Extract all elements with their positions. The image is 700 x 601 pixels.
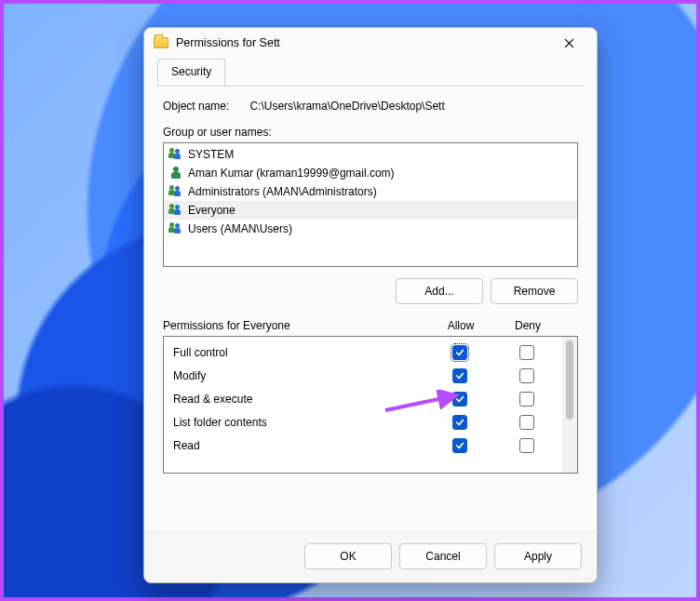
permission-row: Full control [164, 341, 562, 364]
users-icon [168, 185, 184, 198]
permission-name: List folder contents [173, 416, 426, 429]
permissions-scrollbar[interactable] [562, 337, 577, 473]
group-list-item-label: SYSTEM [188, 148, 234, 161]
apply-button[interactable]: Apply [494, 543, 582, 569]
remove-button[interactable]: Remove [491, 278, 578, 304]
dialog-footer: OK Cancel Apply [144, 531, 597, 582]
allow-checkbox[interactable] [452, 368, 467, 383]
deny-checkbox[interactable] [519, 415, 534, 430]
permissions-listbox: Full controlModifyRead & executeList fol… [163, 336, 578, 474]
close-button[interactable] [550, 30, 587, 56]
group-list-item-label: Aman Kumar (kraman19999@gmail.com) [188, 167, 395, 180]
group-list-item-label: Users (AMAN\Users) [188, 222, 292, 235]
object-name-value: C:\Users\krama\OneDrive\Desktop\Sett [249, 100, 444, 113]
folder-icon [154, 37, 168, 48]
object-name-row: Object name: C:\Users\krama\OneDrive\Des… [163, 100, 578, 113]
users-icon [168, 204, 184, 217]
deny-checkbox[interactable] [519, 368, 534, 383]
add-button[interactable]: Add... [396, 278, 483, 304]
permission-row: Modify [164, 364, 562, 387]
allow-checkbox[interactable] [452, 415, 467, 430]
desktop-background: Permissions for Sett Security Object nam… [0, 0, 700, 601]
deny-checkbox[interactable] [519, 438, 534, 453]
group-list-item-label: Everyone [188, 204, 236, 217]
allow-checkbox[interactable] [452, 392, 467, 407]
group-list-item-label: Administrators (AMAN\Administrators) [188, 185, 377, 198]
tab-strip: Security [144, 58, 597, 86]
dialog-body: Object name: C:\Users\krama\OneDrive\Des… [144, 87, 597, 531]
permission-name: Read [173, 439, 426, 452]
group-buttons-row: Add... Remove [163, 278, 578, 304]
allow-checkbox[interactable] [452, 438, 467, 453]
window-title: Permissions for Sett [176, 36, 550, 49]
permissions-dialog: Permissions for Sett Security Object nam… [143, 27, 598, 583]
users-icon [168, 148, 184, 161]
tab-security[interactable]: Security [157, 59, 225, 86]
group-list-item[interactable]: SYSTEM [164, 145, 577, 164]
permissions-list: Full controlModifyRead & executeList fol… [164, 337, 562, 473]
deny-column-header: Deny [494, 319, 561, 332]
permissions-for-label: Permissions for Everyone [163, 319, 290, 332]
permissions-header-row: Permissions for Everyone Allow Deny [163, 319, 578, 332]
deny-checkbox[interactable] [519, 345, 534, 360]
allow-column-header: Allow [427, 319, 494, 332]
group-list-item[interactable]: Everyone [164, 201, 577, 220]
ok-button[interactable]: OK [304, 543, 392, 569]
titlebar: Permissions for Sett [144, 28, 597, 58]
deny-checkbox[interactable] [519, 392, 534, 407]
group-user-listbox[interactable]: SYSTEMAman Kumar (kraman19999@gmail.com)… [163, 142, 578, 267]
permission-name: Read & execute [173, 393, 426, 406]
scrollbar-thumb[interactable] [566, 341, 573, 420]
group-list-item[interactable]: Administrators (AMAN\Administrators) [164, 182, 577, 201]
groups-label: Group or user names: [163, 126, 578, 139]
permission-row: Read [164, 434, 562, 457]
group-list-item[interactable]: Aman Kumar (kraman19999@gmail.com) [164, 164, 577, 182]
permission-name: Modify [173, 369, 426, 382]
allow-checkbox[interactable] [452, 345, 467, 360]
permission-name: Full control [173, 346, 426, 359]
close-icon [564, 38, 574, 48]
user-icon [168, 167, 184, 180]
cancel-button[interactable]: Cancel [399, 543, 487, 569]
permission-row: Read & execute [164, 387, 562, 410]
permission-row: List folder contents [164, 410, 562, 434]
object-name-label: Object name: [163, 100, 229, 113]
users-icon [168, 222, 184, 235]
group-list-item[interactable]: Users (AMAN\Users) [164, 220, 577, 238]
